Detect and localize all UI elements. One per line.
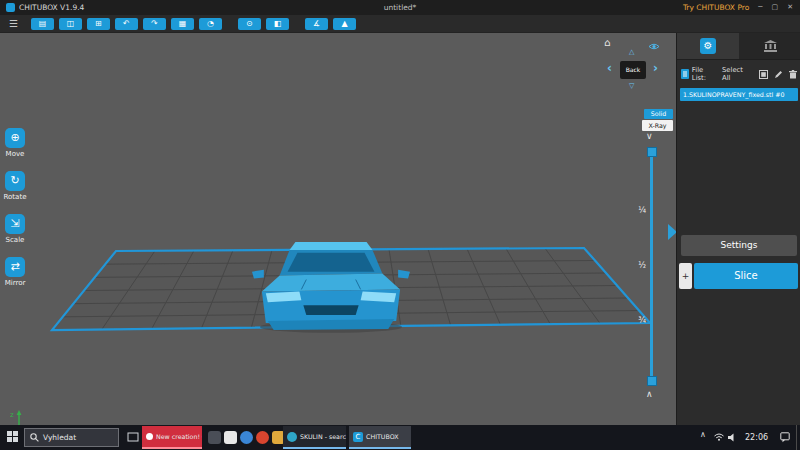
file-list-header: File List: Select All (681, 66, 797, 82)
xray-mode-button[interactable]: X-Ray (642, 120, 673, 131)
tab-resin-library[interactable] (739, 32, 800, 59)
clone-button[interactable]: ⊞ (87, 18, 110, 30)
mirror-tool[interactable]: ⇄ Mirror (5, 257, 26, 287)
axes-indicator: z x y (8, 406, 42, 425)
redo-button[interactable]: ↷ (143, 18, 166, 30)
settings-button[interactable]: Settings (681, 235, 797, 256)
maximize-button[interactable]: ▢ (772, 0, 779, 15)
task-view-icon[interactable] (127, 431, 139, 443)
solid-mode-button[interactable]: Solid (644, 109, 673, 119)
clock[interactable]: 22:06 (745, 433, 768, 442)
select-all-button[interactable]: Select All (722, 66, 753, 82)
start-button[interactable] (7, 431, 19, 443)
rotate-right-arrow[interactable]: › (653, 61, 658, 75)
rotate-down-arrow[interactable]: ▽ (629, 82, 634, 90)
undo-button[interactable]: ↶ (115, 18, 138, 30)
scale-tool[interactable]: ⇲ Scale (5, 214, 25, 244)
drill-hole-button[interactable]: ⊙ (238, 18, 261, 30)
slice-options-button[interactable]: + (679, 263, 692, 289)
taskbar-app-icon-4[interactable] (256, 431, 269, 444)
slider-label-half: ½ (634, 261, 646, 270)
scale-label: Scale (6, 236, 25, 244)
move-tool[interactable]: ⊕ Move (5, 128, 25, 158)
app-title: CHITUBOX V1.9.4 (19, 3, 84, 12)
browser-icon (287, 432, 297, 442)
transform-toolbar: ⊕ Move ↻ Rotate ⇲ Scale ⇄ Mirror (0, 128, 30, 287)
search-icon (30, 433, 39, 442)
rotate-label: Rotate (4, 193, 27, 201)
skulin-window-label: SKULIN - search-reso... (300, 433, 346, 440)
slider-bottom-chevron[interactable]: ∧ (646, 389, 653, 399)
slider-label-quarter: ¼ (634, 206, 646, 215)
menu-icon[interactable]: ☰ (9, 18, 18, 29)
viewport-3d[interactable]: ⊕ Move ↻ Rotate ⇲ Scale ⇄ Mirror z x y (0, 32, 676, 425)
slider-label-threequarter: ¾ (634, 316, 646, 325)
slider-top-chevron[interactable]: ∨ (646, 131, 653, 141)
auto-layout-button[interactable]: ▦ (171, 18, 194, 30)
chitubox-app-window: { "colors": { "accent": "#1d9bd8", "view… (0, 0, 800, 450)
library-icon (764, 40, 777, 52)
right-panel: ⚙ File List: Select All (676, 32, 800, 425)
rotate-icon: ↻ (5, 171, 25, 191)
search-placeholder: Vyhledat (43, 433, 76, 442)
cults-icon (146, 433, 153, 440)
speaker-icon[interactable] (728, 433, 737, 442)
car-model[interactable] (252, 230, 410, 334)
try-pro-link[interactable]: Try CHITUBOX Pro (683, 3, 749, 12)
open-file-button[interactable]: ▤ (31, 18, 54, 30)
file-list-item[interactable]: 1.SKULINOPRAVENY_fixed.stl #0 (680, 88, 798, 101)
scale-icon: ⇲ (5, 214, 25, 234)
minimize-button[interactable]: ─ (758, 0, 762, 15)
action-center-icon[interactable] (780, 432, 790, 443)
chitubox-logo-icon (6, 3, 15, 12)
mirror-label: Mirror (5, 279, 26, 287)
save-button[interactable]: ◫ (59, 18, 82, 30)
view-cube-face[interactable]: Back (620, 61, 646, 79)
split-button[interactable]: ◧ (266, 18, 289, 30)
rotate-tool[interactable]: ↻ Rotate (4, 171, 27, 201)
clip-slider-handle-top[interactable] (647, 147, 657, 157)
taskbar-app-icon-2[interactable] (224, 431, 237, 444)
taskbar-window-cults[interactable]: New creation! Cults ~ (142, 426, 202, 449)
mirror-icon: ⇄ (5, 257, 25, 277)
move-label: Move (6, 150, 25, 158)
build-plate (0, 32, 676, 425)
taskbar-app-icon-3[interactable] (240, 431, 253, 444)
file-icon (681, 69, 689, 79)
delete-icon[interactable] (789, 70, 797, 79)
wifi-icon[interactable] (714, 433, 724, 442)
rotate-up-arrow[interactable]: △ (629, 48, 634, 56)
close-button[interactable]: ✕ (787, 0, 793, 15)
rotate-left-arrow[interactable]: ‹ (607, 61, 612, 75)
slice-button[interactable]: Slice (694, 263, 798, 289)
edit-icon[interactable] (774, 70, 783, 79)
home-view-icon[interactable]: ⌂ (604, 37, 610, 48)
show-desktop-button[interactable] (796, 425, 800, 450)
tray-chevron-icon[interactable]: ∧ (700, 430, 706, 439)
chitubox-window-label: CHITUBOX (366, 433, 399, 440)
cults-window-label: New creation! Cults ~ (156, 433, 202, 440)
gear-icon: ⚙ (700, 38, 716, 54)
z-axis-label: z (10, 411, 14, 419)
windows-taskbar: Vyhledat New creation! Cults ~ SKULIN - … (0, 425, 800, 450)
hollow-button[interactable]: ◔ (199, 18, 222, 30)
taskbar-window-skulin[interactable]: SKULIN - search-reso... (283, 426, 346, 449)
clip-slider-handle-bottom[interactable] (647, 376, 657, 386)
taskbar-window-chitubox[interactable]: C CHITUBOX (349, 426, 411, 449)
main-toolbar: ☰ ▤ ◫ ⊞ ↶ ↷ ▦ ◔ ⊙ ◧ ∡ ▲ (0, 15, 800, 33)
measure-button[interactable]: ∡ (305, 18, 328, 30)
right-panel-tabs: ⚙ (677, 32, 800, 60)
taskbar-app-icon-1[interactable] (208, 431, 221, 444)
chitubox-taskbar-icon: C (353, 432, 363, 442)
eye-icon[interactable] (648, 42, 660, 51)
move-icon: ⊕ (5, 128, 25, 148)
taskbar-search[interactable]: Vyhledat (24, 428, 119, 447)
support-button[interactable]: ▲ (333, 18, 356, 30)
document-title: untitled* (0, 3, 800, 12)
file-list-label: File List: (692, 66, 719, 82)
tab-print-settings[interactable]: ⚙ (677, 32, 739, 59)
select-all-icon[interactable] (759, 70, 768, 79)
title-bar: CHITUBOX V1.9.4 untitled* Try CHITUBOX P… (0, 0, 800, 15)
clip-slider-track[interactable] (650, 150, 653, 382)
